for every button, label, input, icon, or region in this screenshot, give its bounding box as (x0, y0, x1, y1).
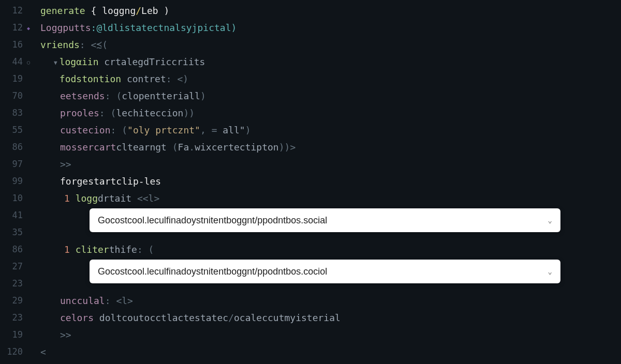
line-number: 55 (0, 122, 29, 139)
code-line[interactable]: generate { loggng/Leb ) (40, 2, 621, 19)
code-line[interactable]: uncculal: <l> (40, 292, 621, 309)
line-number: 29 (0, 292, 29, 309)
code-line[interactable]: vriends: <≾( (40, 36, 621, 53)
code-content[interactable]: generate { loggng/Leb ) Loggputts:@ldlis… (29, 0, 621, 364)
line-number: 23 (0, 275, 29, 292)
line-number: 83 (0, 104, 29, 122)
code-line[interactable]: 1 cliterthife: ( (40, 241, 621, 258)
code-line[interactable]: fodstontion contret: <) (40, 70, 621, 87)
line-number: 19 (0, 70, 29, 87)
chevron-down-icon[interactable]: ⌄ (548, 263, 552, 280)
code-line[interactable]: >> (40, 326, 621, 343)
dropdown-option-text: Gocostcool.leculfinadoystnitentboggnt/pp… (98, 212, 548, 229)
line-number: 44○ (0, 53, 29, 70)
code-line[interactable]: celors doltcoutocctlactestatec/ocaleccut… (40, 309, 621, 326)
code-line[interactable]: Gocostcool.leculfinadoystnitentboggnt/pp… (40, 258, 621, 292)
line-number: 97 (0, 156, 29, 173)
code-line[interactable]: mossercartcltearngt (Fa.wixcertectipton)… (40, 139, 621, 156)
code-line[interactable]: Loggputts:@ldlistatectnalsyjpictal) (40, 19, 621, 36)
code-line[interactable]: eetsends: (clopentteriall) (40, 87, 621, 104)
code-line[interactable]: forgestartclip-les (40, 173, 621, 190)
line-number: 70 (0, 87, 29, 104)
line-number: 12 (0, 2, 29, 19)
line-number: 10 (0, 190, 29, 207)
line-number: 99 (0, 173, 29, 190)
breakpoint-icon[interactable]: ○ (27, 53, 30, 70)
line-number: 23 (0, 309, 29, 326)
code-line[interactable]: custecion: ("oly prtcznt", = all") (40, 122, 621, 139)
autocomplete-dropdown[interactable]: Gocostcool.leculfinadoystnitentboggnt/pp… (90, 208, 560, 232)
chevron-down-icon[interactable]: ⌄ (548, 212, 552, 229)
code-line[interactable]: ▼logαiin crtalegdTriccriits (40, 53, 621, 70)
line-number: 16 (0, 36, 29, 53)
code-line[interactable]: Gocostcool.leculfinadoystnitentboggnt/pp… (40, 207, 621, 241)
line-number: 12◆ (0, 19, 29, 36)
line-number-gutter: 12 12◆ 16 44○ 19 70 83 55 86 97 99 10 41… (0, 0, 29, 364)
code-line[interactable]: < (40, 343, 621, 360)
autocomplete-dropdown[interactable]: Gocostcool.leculfinadoystnitentboggnt/pp… (90, 260, 560, 283)
line-number: 19 (0, 326, 29, 343)
line-number: 27 (0, 258, 29, 275)
dropdown-option-text: Gocostcool.leculfinadoystnitentboggnt/pp… (98, 263, 548, 280)
line-number: 41 (0, 207, 29, 224)
diamond-marker-icon: ◆ (27, 19, 30, 36)
code-editor: 12 12◆ 16 44○ 19 70 83 55 86 97 99 10 41… (0, 0, 621, 364)
line-number: 86 (0, 139, 29, 156)
line-number: 35 (0, 224, 29, 241)
code-line[interactable]: prooles: (lechiteccion)) (40, 104, 621, 122)
line-number: 86 (0, 241, 29, 258)
line-number: 120 (0, 343, 29, 360)
code-line[interactable]: 1 loggdrtait <<l> (40, 190, 621, 207)
code-line[interactable]: >> (40, 156, 621, 173)
fold-triangle-icon[interactable]: ▼ (54, 54, 57, 71)
